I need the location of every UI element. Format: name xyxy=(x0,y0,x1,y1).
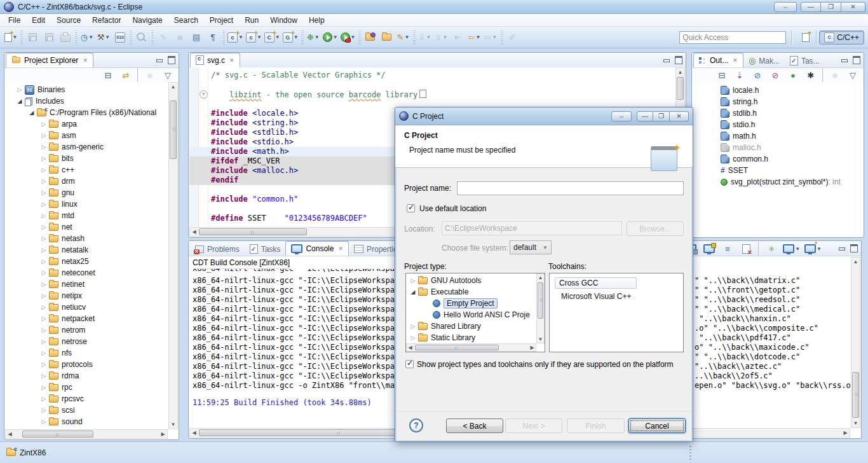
explorer-item-c-program-files-x86-national[interactable]: ◢C:/Program Files (x86)/National xyxy=(5,107,168,118)
build-all-button[interactable]: ⚒▼ xyxy=(95,29,112,46)
window-close-button[interactable]: ✕ xyxy=(841,2,865,12)
pin-editor-button[interactable]: ✐ xyxy=(505,29,521,46)
tab-tas[interactable]: Tas... xyxy=(785,54,825,67)
dialog-maximize-button[interactable]: ❐ xyxy=(653,111,670,121)
new-wizard-button[interactable]: ▼ xyxy=(3,29,19,46)
project-type-shared-library[interactable]: ▷Shared Library xyxy=(407,321,535,332)
window-resize-toggle-button[interactable]: ⇔ xyxy=(774,2,797,12)
expand-arrow-icon[interactable]: ▷ xyxy=(41,293,47,299)
open-perspective-button[interactable] xyxy=(797,29,814,46)
window-restore-button[interactable]: ❐ xyxy=(821,2,841,12)
print-button[interactable] xyxy=(57,29,74,46)
project-type-hello-world-ansi-c-proje[interactable]: Hello World ANSI C Proje xyxy=(407,309,535,321)
explorer-vscrollbar[interactable]: ▲ ▼ xyxy=(168,82,178,429)
expand-arrow-icon[interactable]: ▷ xyxy=(41,132,47,139)
menu-help[interactable]: Help xyxy=(303,15,330,26)
toolchains-list[interactable]: Cross GCCMicrosoft Visual C++ xyxy=(549,273,684,352)
scroll-thumb[interactable] xyxy=(415,345,499,350)
collapse-all-button[interactable]: ⊟ xyxy=(714,67,730,83)
run-button[interactable]: ▼ xyxy=(322,29,339,46)
rebuild-index-button[interactable]: G▼ xyxy=(281,29,300,46)
explorer-item-rpcsvc[interactable]: ▷rpcsvc xyxy=(5,393,168,404)
minimize-view-icon[interactable] xyxy=(663,57,670,63)
explorer-item-nfs[interactable]: ▷nfs xyxy=(5,347,168,359)
open-element-button[interactable] xyxy=(379,29,395,46)
explorer-item-asm[interactable]: ▷asm xyxy=(5,130,168,141)
scroll-thumb[interactable] xyxy=(22,431,93,438)
maximize-view-icon[interactable] xyxy=(168,56,175,64)
scroll-lock-button[interactable] xyxy=(701,240,717,257)
expand-arrow-icon[interactable]: ▷ xyxy=(41,407,47,413)
expand-arrow-icon[interactable]: ▷ xyxy=(41,144,47,150)
explorer-item-rpc[interactable]: ▷rpc xyxy=(5,382,168,393)
last-edit-location-button[interactable]: ⇤ xyxy=(450,29,466,46)
view-menu-button[interactable]: ▽ xyxy=(159,67,176,83)
outline-item-common-h[interactable]: common.h xyxy=(721,153,863,165)
clear-console-button[interactable] xyxy=(738,240,754,257)
outline-item-math-h[interactable]: math.h xyxy=(721,130,863,142)
expand-arrow-icon[interactable]: ▷ xyxy=(41,155,47,162)
explorer-item-linux[interactable]: ▷linux xyxy=(5,198,168,210)
maximize-view-icon[interactable] xyxy=(675,56,682,64)
menu-source[interactable]: Source xyxy=(51,15,86,26)
debug-button[interactable]: ❉▼ xyxy=(305,29,322,46)
close-icon[interactable]: ✕ xyxy=(83,57,88,64)
hide-fields-button[interactable]: ⊘ xyxy=(749,67,766,83)
maximize-view-icon[interactable] xyxy=(853,56,860,64)
dialog-resize-toggle-button[interactable]: ⇔ xyxy=(611,111,632,121)
explorer-item-asm-generic[interactable]: ▷asm-generic xyxy=(5,141,168,153)
expand-arrow-icon[interactable]: ▷ xyxy=(41,224,47,230)
close-icon[interactable]: ✕ xyxy=(229,57,234,64)
outline-item-locale-h[interactable]: locale.h xyxy=(721,85,863,96)
explorer-item-includes[interactable]: ◢Includes xyxy=(5,95,168,107)
expand-arrow-icon[interactable]: ▷ xyxy=(41,338,47,345)
view-menu-button[interactable]: ▽ xyxy=(844,67,861,83)
explorer-item-rdma[interactable]: ▷rdma xyxy=(5,370,168,382)
focus-on-active-task-button[interactable]: ☻ xyxy=(142,67,158,83)
collapse-arrow-icon[interactable]: ◢ xyxy=(410,289,416,295)
outline-item-stdio-h[interactable]: stdio.h xyxy=(721,119,863,130)
collapse-all-button[interactable]: ⊟ xyxy=(100,67,116,83)
tab-svg-c[interactable]: svg.c ✕ xyxy=(190,53,240,67)
expand-arrow-icon[interactable]: ▷ xyxy=(41,201,47,207)
window-minimize-button[interactable]: — xyxy=(801,2,821,12)
menu-window[interactable]: Window xyxy=(264,15,303,26)
location-input[interactable]: C:\EclipseWorkspace xyxy=(442,221,622,235)
dialog-minimize-button[interactable]: — xyxy=(637,111,653,121)
toolchain-microsoft-visual-c++[interactable]: Microsoft Visual C++ xyxy=(552,289,681,303)
outline-item-malloc-h[interactable]: malloc.h xyxy=(721,142,863,153)
cancel-button[interactable]: Cancel xyxy=(628,418,686,433)
minimize-view-icon[interactable] xyxy=(841,57,848,63)
explorer-item-drm[interactable]: ▷drm xyxy=(5,176,168,187)
project-type-list[interactable]: ▷GNU Autotools◢ExecutableEmpty ProjectHe… xyxy=(405,273,545,352)
menu-refactor[interactable]: Refactor xyxy=(86,15,126,26)
tab-console[interactable]: Console✕ xyxy=(285,241,349,256)
explorer-item-c++[interactable]: ▷c++ xyxy=(5,164,168,176)
maximize-view-icon[interactable] xyxy=(850,244,858,252)
expand-arrow-icon[interactable]: ▷ xyxy=(410,323,416,329)
explorer-item-net[interactable]: ▷net xyxy=(5,221,168,233)
open-console-button[interactable]: ▼ xyxy=(803,240,823,257)
search-button[interactable] xyxy=(133,29,150,46)
dialog-close-button[interactable]: ✕ xyxy=(670,111,689,121)
scroll-thumb[interactable] xyxy=(199,228,307,235)
expand-arrow-icon[interactable]: ▷ xyxy=(41,373,47,379)
minimize-view-icon[interactable] xyxy=(156,57,163,63)
fold-expand-icon[interactable]: + xyxy=(200,90,208,99)
close-icon[interactable]: ✕ xyxy=(733,57,738,64)
expand-arrow-icon[interactable]: ▷ xyxy=(41,270,47,276)
explorer-tree[interactable]: ▷01Binaries◢Includes◢C:/Program Files (x… xyxy=(5,82,168,429)
explorer-item-netpacket[interactable]: ▷netpacket xyxy=(5,313,168,324)
explorer-item-binaries[interactable]: ▷01Binaries xyxy=(5,84,168,95)
project-type-gnu-autotools[interactable]: ▷GNU Autotools xyxy=(407,275,535,286)
word-wrap-button[interactable]: ≡ xyxy=(719,240,736,257)
new-c-source-folder-button[interactable]: c▼ xyxy=(245,29,263,46)
browse-button[interactable]: Browse... xyxy=(627,221,684,236)
scroll-thumb[interactable] xyxy=(677,77,684,100)
scroll-thumb[interactable] xyxy=(170,100,177,159)
back-button[interactable]: ⇦▼ xyxy=(466,29,483,46)
menu-file[interactable]: File xyxy=(3,15,26,26)
profile-button[interactable]: ▼ xyxy=(339,29,357,46)
hide-static-members-button[interactable]: ⊘ xyxy=(767,67,783,83)
help-button[interactable]: ? xyxy=(409,418,423,432)
